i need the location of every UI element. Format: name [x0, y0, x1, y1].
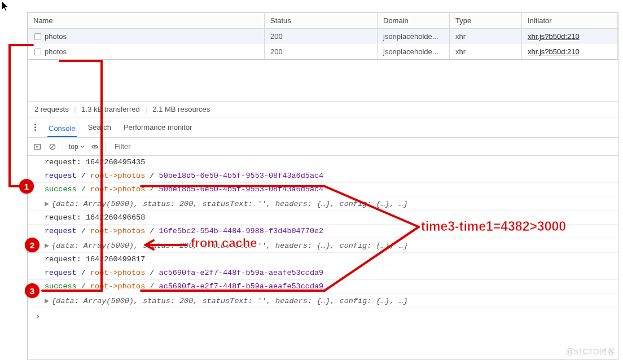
log-timestamp: 1642260496658 — [86, 213, 145, 222]
file-icon — [34, 49, 41, 55]
tab-performance-monitor[interactable]: Performance monitor — [122, 120, 193, 135]
log-kind: success / — [45, 282, 90, 291]
log-id: ac5690fa-e2f7-448f-b59a-aeafe53ccda9 — [159, 269, 324, 277]
log-id: 50be18d5-6e50-4b5f-9553-08f43a6d5ac4 — [159, 172, 324, 180]
context-selector[interactable]: top — [69, 143, 85, 151]
log-kind: request / — [45, 227, 90, 235]
eye-icon[interactable] — [90, 142, 99, 151]
network-empty-area — [28, 60, 618, 102]
col-initiator[interactable]: Initiator — [522, 13, 618, 29]
log-id: 50be18d5-6e50-4b5f-9553-08f43a6d5ac4 — [159, 185, 324, 194]
cell-name: photos — [45, 47, 67, 56]
more-icon[interactable] — [33, 122, 37, 132]
log-path: root->photos — [90, 185, 145, 194]
cell-type: xhr — [450, 29, 522, 44]
log-line[interactable]: request: 1642260495435 — [28, 156, 618, 169]
log-object: {data: Array(5000), status: 200, statusT… — [51, 200, 408, 208]
tab-search[interactable]: Search — [87, 120, 112, 135]
log-line[interactable]: success / root->photos / ac5690fa-e2f7-4… — [28, 280, 618, 293]
col-type[interactable]: Type — [450, 13, 522, 29]
log-line[interactable]: request / root->photos / 50be18d5-6e50-4… — [28, 169, 618, 183]
summary-transferred: 1.3 kB transferred — [81, 105, 139, 113]
log-label: request: — [45, 158, 81, 166]
log-path: root->photos — [90, 227, 145, 235]
watermark: @51CTO博客 — [566, 347, 615, 357]
log-id: 16fe5bc2-554b-4484-9988-f3d4b04770e2 — [159, 227, 324, 235]
log-line[interactable]: request / root->photos / 16fe5bc2-554b-4… — [28, 225, 618, 238]
log-line[interactable]: ▶{data: Array(5000), status: 200, status… — [28, 196, 618, 211]
cell-status: 200 — [265, 29, 378, 44]
cell-type: xhr — [450, 44, 522, 59]
log-object: {data: Array(5000), status: 200, statusT… — [51, 242, 408, 250]
expand-icon[interactable]: ▶ — [45, 297, 49, 305]
log-path: root->photos — [90, 172, 145, 180]
network-summary: 2 requests | 1.3 kB transferred | 2.1 MB… — [28, 102, 618, 117]
clear-console-icon[interactable] — [48, 142, 57, 151]
log-line[interactable]: ▶{data: Array(5000), status: 200, status… — [28, 293, 618, 308]
col-status[interactable]: Status — [265, 13, 378, 29]
live-expression-icon[interactable] — [33, 142, 42, 151]
log-kind: success / — [45, 185, 90, 194]
log-line[interactable]: request: 1642260496658 — [28, 211, 618, 225]
log-object: {data: Array(5000), status: 200, statusT… — [51, 297, 408, 305]
log-path: root->photos — [90, 282, 145, 291]
col-name[interactable]: Name — [28, 13, 265, 29]
network-table: Name Status Domain Type Initiator photos… — [28, 13, 618, 60]
console-log-area: request: 1642260495435 request / root->p… — [28, 156, 618, 324]
log-label: request: — [45, 213, 81, 222]
cell-initiator-link[interactable]: xhr.js?b50d:210 — [528, 47, 580, 56]
svg-line-2 — [51, 144, 55, 148]
drawer-tabs: Console Search Performance monitor — [28, 117, 618, 138]
devtools-panel: Name Status Domain Type Initiator photos… — [27, 12, 618, 359]
expand-icon[interactable]: ▶ — [45, 200, 49, 208]
filter-input[interactable] — [111, 140, 612, 153]
log-line[interactable]: request: 1642260499817 — [28, 253, 618, 266]
context-label: top — [69, 143, 78, 151]
console-prompt[interactable]: › — [28, 308, 618, 324]
log-timestamp: 1642260495435 — [86, 158, 145, 166]
cell-initiator-link[interactable]: xhr.js?b50d:210 — [528, 32, 580, 41]
tab-console[interactable]: Console — [47, 121, 77, 137]
log-kind: request / — [45, 172, 90, 180]
cell-name: photos — [45, 32, 67, 41]
summary-resources: 2.1 MB resources — [152, 105, 210, 113]
chevron-down-icon — [80, 145, 85, 148]
expand-icon[interactable]: ▶ — [45, 242, 49, 250]
log-line[interactable]: request / root->photos / ac5690fa-e2f7-4… — [28, 266, 618, 280]
summary-requests: 2 requests — [34, 105, 69, 113]
file-icon — [34, 33, 41, 40]
log-kind: request / — [45, 269, 90, 277]
log-path: root->photos — [90, 269, 145, 277]
cell-domain: jsonplaceholde... — [378, 44, 450, 59]
cell-status: 200 — [265, 44, 378, 59]
col-domain[interactable]: Domain — [378, 13, 450, 29]
log-timestamp: 1642260499817 — [86, 255, 145, 264]
svg-point-3 — [94, 146, 95, 147]
console-toolbar: top — [28, 138, 618, 156]
cell-domain: jsonplaceholde... — [378, 29, 450, 44]
log-id: ac5690fa-e2f7-448f-b59a-aeafe53ccda9 — [159, 282, 324, 291]
log-line[interactable]: ▶{data: Array(5000), status: 200, status… — [28, 238, 618, 253]
log-label: request: — [45, 255, 81, 264]
log-line[interactable]: success / root->photos / 50be18d5-6e50-4… — [28, 183, 618, 196]
